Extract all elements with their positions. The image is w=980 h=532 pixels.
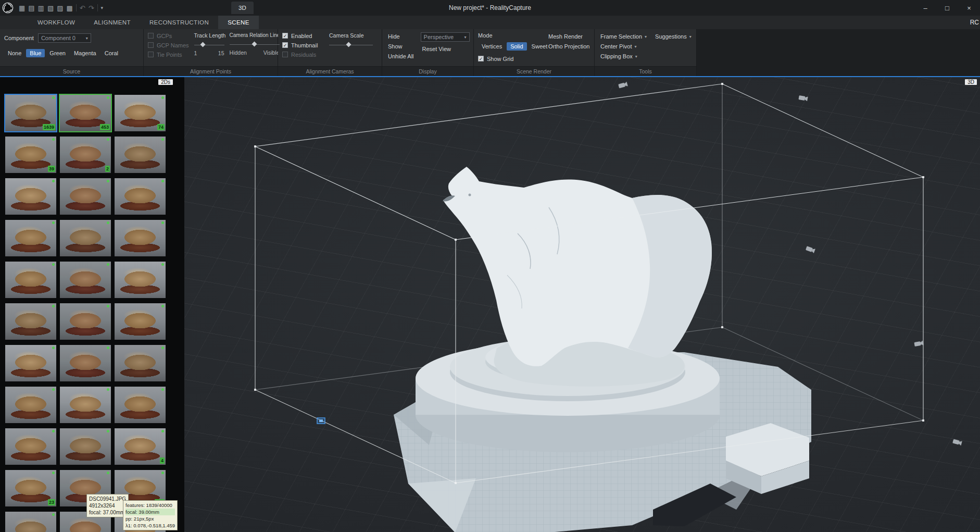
coral-button[interactable]: Coral <box>101 49 122 57</box>
photo-thumbnail[interactable] <box>60 428 111 465</box>
checkbox-label: Tie Points <box>157 52 182 58</box>
reset-view-button[interactable]: Reset View <box>421 45 470 53</box>
panel-badge-2ds[interactable]: 2Ds <box>158 79 173 85</box>
vertices-mode-button[interactable]: Vertices <box>478 42 506 51</box>
aligned-dot-icon <box>161 96 164 99</box>
aligned-dot-icon <box>107 305 109 307</box>
slider-thumb[interactable] <box>252 42 257 47</box>
hide-button[interactable]: Hide <box>386 32 416 41</box>
layout-icon-6[interactable]: ▩ <box>66 5 72 11</box>
photo-image <box>60 387 111 423</box>
checkbox-residuals[interactable]: Residuals <box>282 51 324 58</box>
scene-canvas[interactable] <box>184 77 980 532</box>
photo-thumbnail[interactable]: 23 <box>5 470 56 506</box>
ribbon-tab-scene[interactable]: SCENE <box>218 16 259 29</box>
ribbon-tab-workflow[interactable]: WORKFLOW <box>28 16 84 29</box>
photo-thumbnail[interactable] <box>5 428 56 465</box>
ribbon-tabs: WORKFLOWALIGNMENTRECONSTRUCTIONSCENE <box>28 16 259 29</box>
photo-thumbnail[interactable] <box>60 220 111 256</box>
photo-thumbnail[interactable] <box>115 387 166 423</box>
mesh-render-button[interactable]: Mesh Render <box>547 32 591 41</box>
close-button[interactable]: × <box>958 0 980 16</box>
solid-mode-button[interactable]: Solid <box>507 42 526 51</box>
checkbox-tie-points[interactable]: Tie Points <box>148 51 189 58</box>
ortho-projection-button[interactable]: Ortho Projection <box>547 42 591 51</box>
titlebar: ▦▤▥▧▨▩↶↷▾ 3D New project* - RealityCaptu… <box>0 0 980 16</box>
blue-button[interactable]: Blue <box>26 49 45 57</box>
photo-thumbnail[interactable] <box>115 137 166 173</box>
photo-thumbnail[interactable] <box>60 387 111 423</box>
slider-thumb[interactable] <box>346 42 351 47</box>
photo-thumbnail[interactable]: 74 <box>115 95 166 131</box>
photo-thumbnail[interactable] <box>60 178 111 215</box>
ribbon-tab-alignment[interactable]: ALIGNMENT <box>84 16 140 29</box>
layout-tab-3d[interactable]: 3D <box>231 2 254 14</box>
photo-thumbnail[interactable] <box>60 345 111 381</box>
photo-image <box>60 178 111 215</box>
minimize-button[interactable]: – <box>914 0 936 16</box>
layout-icon-1[interactable]: ▦ <box>19 5 25 11</box>
undo-icon[interactable]: ↶ <box>80 5 85 11</box>
layout-icon-3[interactable]: ▥ <box>38 5 44 11</box>
magenta-button[interactable]: Magenta <box>70 49 100 57</box>
photo-thumbnail[interactable] <box>115 220 166 256</box>
track-length-slider[interactable] <box>194 42 224 48</box>
none-button[interactable]: None <box>4 49 25 57</box>
alignment-points-checkboxes: GCPsGCP NamesTie Points <box>148 32 189 65</box>
checkbox-box <box>282 52 288 57</box>
photo-thumbnail[interactable] <box>115 303 166 340</box>
frame-selection-button[interactable]: Frame Selection <box>599 32 648 41</box>
photo-thumbnail[interactable] <box>60 262 111 298</box>
app-logo-icon[interactable] <box>0 0 16 16</box>
toolbar-dropdown-icon[interactable]: ▾ <box>101 6 104 10</box>
photo-thumbnail[interactable] <box>60 303 111 340</box>
photo-thumbnail[interactable]: 2 <box>60 137 111 173</box>
checkbox-enabled[interactable]: Enabled <box>282 32 324 39</box>
rhino-model[interactable] <box>443 167 712 366</box>
photo-thumbnail[interactable]: 4 <box>115 428 166 465</box>
layout-icon-4[interactable]: ▧ <box>47 5 54 11</box>
photo-thumbnail[interactable]: 39 <box>5 137 56 173</box>
layout-icon-5[interactable]: ▨ <box>57 5 63 11</box>
panel-badge-3d[interactable]: 3D <box>965 79 977 85</box>
photo-thumbnail[interactable] <box>115 178 166 215</box>
unhide-all-button[interactable]: Unhide All <box>386 52 416 60</box>
viewport-3d[interactable]: 3D <box>184 77 980 532</box>
maximize-button[interactable]: □ <box>936 0 958 16</box>
group-caption-alignment-cameras: Alignment Cameras <box>278 66 382 76</box>
checkbox-thumbnail[interactable]: Thumbnail <box>282 42 324 48</box>
photo-thumbnail[interactable] <box>5 345 56 381</box>
center-pivot-button[interactable]: Center Pivot <box>599 42 648 51</box>
layout-icon-2[interactable]: ▤ <box>28 5 34 11</box>
photo-thumbnail[interactable] <box>5 178 56 215</box>
photo-thumbnail[interactable]: 1639 <box>5 95 56 131</box>
ribbon-tab-reconstruction[interactable]: RECONSTRUCTION <box>140 16 218 29</box>
aligned-dot-icon <box>161 180 164 182</box>
redo-icon[interactable]: ↷ <box>89 5 94 11</box>
projection-dropdown[interactable]: Perspective <box>421 32 470 42</box>
track-length-max: 15 <box>218 50 224 56</box>
photo-thumbnail[interactable] <box>5 262 56 298</box>
camera-relation-lines-slider[interactable] <box>230 41 280 47</box>
photo-thumbnail[interactable] <box>5 220 56 256</box>
photo-thumbnail[interactable] <box>115 262 166 298</box>
selected-camera-marker[interactable] <box>317 418 325 424</box>
checkbox-box <box>148 42 154 48</box>
show-button[interactable]: Show <box>386 42 416 51</box>
photo-thumbnail[interactable] <box>5 303 56 340</box>
ribbon-group-tools: Frame SelectionCenter PivotClipping Box … <box>595 29 697 76</box>
component-dropdown[interactable]: Component 0 <box>38 33 91 43</box>
slider-thumb[interactable] <box>200 42 205 47</box>
photo-thumbnail[interactable] <box>5 387 56 423</box>
photo-thumbnail[interactable] <box>115 345 166 381</box>
checkbox-gcps[interactable]: GCPs <box>148 32 189 39</box>
suggestions-button[interactable]: Suggestions <box>654 32 693 41</box>
clipping-box-button[interactable]: Clipping Box <box>599 52 648 60</box>
photo-thumbnail[interactable]: 196 <box>5 512 56 532</box>
checkbox-show-grid[interactable]: Show Grid <box>478 55 542 62</box>
green-button[interactable]: Green <box>46 49 69 57</box>
photo-thumbnail[interactable]: 453 <box>60 95 111 131</box>
feature-count-badge: 23 <box>48 499 55 505</box>
checkbox-gcp-names[interactable]: GCP Names <box>148 42 189 48</box>
camera-scale-slider[interactable] <box>329 42 373 48</box>
